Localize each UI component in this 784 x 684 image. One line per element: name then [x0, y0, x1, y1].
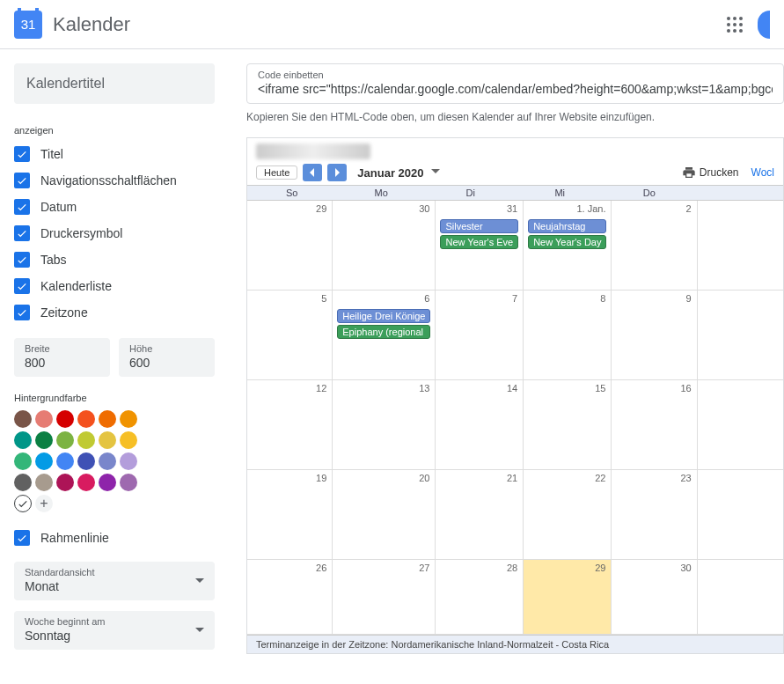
day-cell[interactable]: 29 — [247, 201, 333, 291]
day-cell[interactable]: 5 — [247, 291, 333, 380]
checkbox-print[interactable] — [14, 225, 30, 241]
day-cell[interactable]: 13 — [333, 380, 436, 470]
print-button[interactable]: Drucken — [682, 165, 739, 180]
event-chip[interactable]: Epiphany (regional — [337, 325, 430, 339]
date-num: 30 — [419, 203, 429, 214]
event-chip[interactable]: Silvester — [440, 219, 518, 233]
color-swatch[interactable] — [77, 431, 95, 449]
color-swatch[interactable] — [99, 452, 116, 470]
next-button[interactable] — [327, 164, 347, 181]
color-swatch[interactable] — [99, 474, 116, 491]
week-start-select[interactable]: Woche beginnt am Sonntag — [14, 611, 215, 650]
day-cell[interactable]: 2 — [612, 201, 697, 291]
day-cell[interactable]: 7 — [436, 291, 524, 380]
color-swatch[interactable] — [14, 474, 32, 491]
day-cell[interactable] — [698, 291, 783, 380]
color-swatch[interactable] — [77, 452, 95, 470]
color-swatch[interactable] — [77, 474, 95, 491]
color-swatch[interactable] — [14, 452, 32, 470]
event-chip[interactable]: Neujahrstag — [528, 219, 606, 233]
day-cell[interactable]: 30 — [333, 201, 436, 291]
color-swatch[interactable] — [77, 410, 95, 428]
day-cell[interactable] — [698, 470, 783, 560]
preview-footer: Terminanzeige in der Zeitzone: Nordameri… — [247, 635, 783, 653]
blurred-title — [256, 143, 370, 159]
color-swatch[interactable] — [14, 410, 32, 428]
day-cell[interactable]: 22 — [524, 470, 612, 560]
checkbox-nav[interactable] — [14, 173, 30, 188]
color-swatch[interactable] — [120, 474, 137, 491]
color-swatch[interactable] — [35, 452, 53, 470]
color-swatch[interactable] — [120, 452, 137, 470]
color-swatch[interactable] — [99, 410, 116, 428]
day-cell[interactable]: 14 — [436, 380, 524, 470]
today-button[interactable]: Heute — [256, 165, 297, 180]
color-swatch[interactable] — [56, 452, 74, 470]
color-swatch[interactable] — [35, 431, 53, 449]
embed-code-input[interactable] — [258, 80, 773, 96]
date-num: 30 — [680, 563, 691, 573]
date-num: 2 — [686, 203, 692, 214]
day-cell[interactable]: 31 Silvester New Year's Eve — [436, 201, 524, 291]
week-tab[interactable]: Wocl — [751, 166, 774, 179]
date-num: 31 — [507, 203, 517, 214]
day-cell[interactable]: 8 — [524, 291, 612, 380]
color-swatch[interactable] — [56, 431, 74, 449]
prev-button[interactable] — [303, 164, 322, 181]
month-dropdown-icon[interactable] — [431, 166, 440, 179]
checkbox-border[interactable] — [14, 530, 30, 546]
day-cell[interactable]: 30 — [612, 560, 697, 635]
color-swatch[interactable] — [56, 474, 74, 491]
color-swatch[interactable] — [120, 410, 137, 428]
day-cell[interactable]: 6 Heilige Drei Könige Epiphany (regional — [333, 291, 436, 380]
default-view-label: Standardansicht — [25, 567, 204, 577]
day-cell[interactable] — [698, 380, 783, 470]
check-row-datum: Datum — [14, 194, 215, 220]
apps-icon[interactable] — [724, 14, 745, 35]
color-swatch[interactable] — [35, 410, 53, 428]
color-swatch[interactable] — [120, 431, 137, 449]
day-cell[interactable] — [698, 560, 783, 635]
calendar-title-input[interactable] — [14, 63, 215, 104]
day-cell[interactable]: 20 — [333, 470, 436, 560]
color-swatch[interactable] — [99, 431, 116, 449]
month-label: Januar 2020 — [357, 166, 423, 180]
header-left: 31 Kalender — [14, 11, 130, 39]
day-cell[interactable]: 19 — [247, 470, 333, 560]
day-cell[interactable]: 15 — [524, 380, 612, 470]
day-cell[interactable]: 9 — [612, 291, 697, 380]
day-cell[interactable]: 26 — [247, 560, 333, 635]
day-cell[interactable]: 1. Jan. Neujahrstag New Year's Day — [524, 201, 612, 291]
preview-toolbar: Heute Januar 2020 Drucken Wocl — [247, 161, 783, 185]
event-chip[interactable]: New Year's Eve — [440, 235, 518, 249]
day-cell[interactable]: 23 — [612, 470, 697, 560]
color-swatch[interactable] — [14, 431, 32, 449]
day-cell[interactable]: 21 — [436, 470, 524, 560]
avatar[interactable] — [758, 11, 770, 39]
event-chip[interactable]: New Year's Day — [528, 235, 606, 249]
day-cell[interactable]: 28 — [436, 560, 524, 635]
swatch-row-1 — [14, 410, 215, 428]
day-cell-today[interactable]: 29 — [524, 560, 612, 635]
checkbox-kalenderliste[interactable] — [14, 278, 30, 294]
color-swatch[interactable] — [56, 410, 74, 428]
dow-cut — [694, 186, 784, 200]
date-num: 1. Jan. — [576, 203, 605, 214]
height-input[interactable] — [129, 354, 204, 370]
color-swatch-selected[interactable] — [14, 495, 32, 512]
checkbox-tabs[interactable] — [14, 252, 30, 268]
color-swatch[interactable] — [35, 474, 53, 491]
checkbox-titel[interactable] — [14, 146, 30, 162]
day-cell[interactable]: 16 — [612, 380, 697, 470]
day-cell[interactable]: 27 — [333, 560, 436, 635]
day-cell[interactable] — [698, 201, 783, 291]
checkbox-datum[interactable] — [14, 199, 30, 215]
check-label: Titel — [40, 147, 63, 161]
add-color-button[interactable]: + — [35, 495, 53, 512]
default-view-select[interactable]: Standardansicht Monat — [14, 562, 215, 600]
event-chip[interactable]: Heilige Drei Könige — [337, 309, 430, 323]
embed-code-box: Code einbetten — [246, 63, 784, 104]
width-input[interactable] — [25, 354, 99, 370]
day-cell[interactable]: 12 — [247, 380, 333, 470]
checkbox-zeitzone[interactable] — [14, 305, 30, 320]
